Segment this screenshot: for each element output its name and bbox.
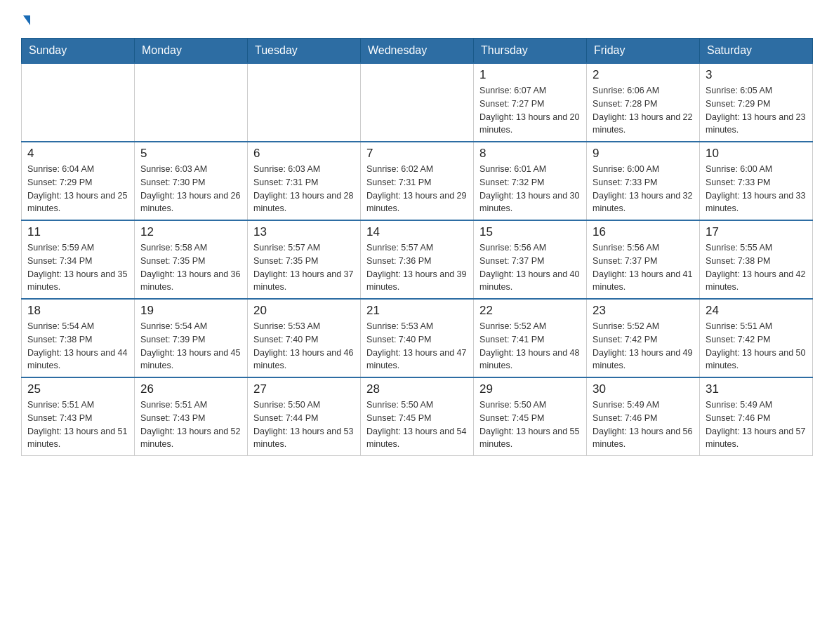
calendar-cell: 26Sunrise: 5:51 AMSunset: 7:43 PMDayligh… (135, 377, 248, 456)
day-info: Sunrise: 5:55 AMSunset: 7:38 PMDaylight:… (706, 241, 807, 294)
calendar-cell: 31Sunrise: 5:49 AMSunset: 7:46 PMDayligh… (700, 377, 813, 456)
day-info: Sunrise: 5:50 AMSunset: 7:44 PMDaylight:… (253, 398, 355, 451)
calendar-cell: 17Sunrise: 5:55 AMSunset: 7:38 PMDayligh… (700, 220, 813, 299)
calendar-cell (361, 63, 474, 142)
calendar-cell (135, 63, 248, 142)
calendar-week-4: 18Sunrise: 5:54 AMSunset: 7:38 PMDayligh… (22, 299, 813, 377)
calendar-cell: 7Sunrise: 6:02 AMSunset: 7:31 PMDaylight… (361, 142, 474, 220)
day-number: 26 (140, 382, 241, 396)
day-number: 7 (366, 147, 468, 161)
calendar-header-row: SundayMondayTuesdayWednesdayThursdayFrid… (22, 39, 813, 64)
day-info: Sunrise: 6:03 AMSunset: 7:31 PMDaylight:… (253, 163, 355, 215)
day-number: 16 (593, 225, 694, 239)
day-info: Sunrise: 6:00 AMSunset: 7:33 PMDaylight:… (593, 163, 694, 215)
day-number: 25 (27, 382, 128, 396)
day-info: Sunrise: 5:51 AMSunset: 7:42 PMDaylight:… (706, 320, 807, 373)
page-header (21, 14, 813, 24)
day-info: Sunrise: 5:52 AMSunset: 7:42 PMDaylight:… (593, 320, 694, 373)
day-number: 30 (593, 382, 694, 396)
logo-triangle-icon (23, 15, 30, 25)
day-info: Sunrise: 5:53 AMSunset: 7:40 PMDaylight:… (366, 320, 468, 373)
calendar-cell: 4Sunrise: 6:04 AMSunset: 7:29 PMDaylight… (22, 142, 135, 220)
day-info: Sunrise: 5:51 AMSunset: 7:43 PMDaylight:… (140, 398, 241, 451)
day-info: Sunrise: 5:56 AMSunset: 7:37 PMDaylight:… (479, 241, 581, 294)
calendar-cell (248, 63, 361, 142)
day-number: 29 (479, 382, 581, 396)
logo (21, 14, 46, 24)
calendar-cell: 15Sunrise: 5:56 AMSunset: 7:37 PMDayligh… (474, 220, 587, 299)
day-number: 12 (140, 225, 241, 239)
calendar-cell: 8Sunrise: 6:01 AMSunset: 7:32 PMDaylight… (474, 142, 587, 220)
day-number: 24 (706, 304, 807, 318)
day-number: 11 (27, 225, 128, 239)
day-info: Sunrise: 6:07 AMSunset: 7:27 PMDaylight:… (479, 84, 581, 137)
weekday-header-sunday: Sunday (22, 39, 135, 64)
calendar-cell: 9Sunrise: 6:00 AMSunset: 7:33 PMDaylight… (587, 142, 700, 220)
calendar-cell: 23Sunrise: 5:52 AMSunset: 7:42 PMDayligh… (587, 299, 700, 377)
day-number: 5 (140, 147, 241, 161)
day-info: Sunrise: 5:57 AMSunset: 7:36 PMDaylight:… (366, 241, 468, 294)
day-number: 28 (366, 382, 468, 396)
day-number: 10 (706, 147, 807, 161)
calendar-cell: 18Sunrise: 5:54 AMSunset: 7:38 PMDayligh… (22, 299, 135, 377)
day-number: 17 (706, 225, 807, 239)
calendar-cell (22, 63, 135, 142)
day-number: 22 (479, 304, 581, 318)
weekday-header-tuesday: Tuesday (248, 39, 361, 64)
day-info: Sunrise: 6:02 AMSunset: 7:31 PMDaylight:… (366, 163, 468, 215)
day-number: 1 (479, 68, 581, 82)
calendar-cell: 10Sunrise: 6:00 AMSunset: 7:33 PMDayligh… (700, 142, 813, 220)
day-info: Sunrise: 5:57 AMSunset: 7:35 PMDaylight:… (253, 241, 355, 294)
calendar-week-3: 11Sunrise: 5:59 AMSunset: 7:34 PMDayligh… (22, 220, 813, 299)
day-number: 20 (253, 304, 355, 318)
day-number: 23 (593, 304, 694, 318)
day-number: 13 (253, 225, 355, 239)
calendar-cell: 1Sunrise: 6:07 AMSunset: 7:27 PMDaylight… (474, 63, 587, 142)
calendar-cell: 30Sunrise: 5:49 AMSunset: 7:46 PMDayligh… (587, 377, 700, 456)
calendar-week-5: 25Sunrise: 5:51 AMSunset: 7:43 PMDayligh… (22, 377, 813, 456)
day-number: 31 (706, 382, 807, 396)
day-number: 4 (27, 147, 128, 161)
day-info: Sunrise: 5:50 AMSunset: 7:45 PMDaylight:… (479, 398, 581, 451)
day-info: Sunrise: 6:06 AMSunset: 7:28 PMDaylight:… (593, 84, 694, 137)
day-info: Sunrise: 5:56 AMSunset: 7:37 PMDaylight:… (593, 241, 694, 294)
day-info: Sunrise: 5:49 AMSunset: 7:46 PMDaylight:… (593, 398, 694, 451)
day-number: 14 (366, 225, 468, 239)
calendar-cell: 14Sunrise: 5:57 AMSunset: 7:36 PMDayligh… (361, 220, 474, 299)
day-number: 8 (479, 147, 581, 161)
calendar-cell: 21Sunrise: 5:53 AMSunset: 7:40 PMDayligh… (361, 299, 474, 377)
day-number: 2 (593, 68, 694, 82)
weekday-header-thursday: Thursday (474, 39, 587, 64)
day-info: Sunrise: 6:00 AMSunset: 7:33 PMDaylight:… (706, 163, 807, 215)
day-info: Sunrise: 5:51 AMSunset: 7:43 PMDaylight:… (27, 398, 128, 451)
calendar-cell: 5Sunrise: 6:03 AMSunset: 7:30 PMDaylight… (135, 142, 248, 220)
calendar-cell: 3Sunrise: 6:05 AMSunset: 7:29 PMDaylight… (700, 63, 813, 142)
day-info: Sunrise: 5:58 AMSunset: 7:35 PMDaylight:… (140, 241, 241, 294)
weekday-header-friday: Friday (587, 39, 700, 64)
day-number: 9 (593, 147, 694, 161)
calendar-cell: 20Sunrise: 5:53 AMSunset: 7:40 PMDayligh… (248, 299, 361, 377)
calendar-cell: 27Sunrise: 5:50 AMSunset: 7:44 PMDayligh… (248, 377, 361, 456)
calendar-cell: 22Sunrise: 5:52 AMSunset: 7:41 PMDayligh… (474, 299, 587, 377)
day-number: 27 (253, 382, 355, 396)
day-number: 3 (706, 68, 807, 82)
day-info: Sunrise: 5:53 AMSunset: 7:40 PMDaylight:… (253, 320, 355, 373)
calendar-cell: 6Sunrise: 6:03 AMSunset: 7:31 PMDaylight… (248, 142, 361, 220)
day-info: Sunrise: 6:03 AMSunset: 7:30 PMDaylight:… (140, 163, 241, 215)
calendar-cell: 28Sunrise: 5:50 AMSunset: 7:45 PMDayligh… (361, 377, 474, 456)
day-number: 19 (140, 304, 241, 318)
calendar-cell: 25Sunrise: 5:51 AMSunset: 7:43 PMDayligh… (22, 377, 135, 456)
calendar-table: SundayMondayTuesdayWednesdayThursdayFrid… (21, 38, 813, 456)
day-info: Sunrise: 5:59 AMSunset: 7:34 PMDaylight:… (27, 241, 128, 294)
day-info: Sunrise: 5:54 AMSunset: 7:38 PMDaylight:… (27, 320, 128, 373)
calendar-cell: 24Sunrise: 5:51 AMSunset: 7:42 PMDayligh… (700, 299, 813, 377)
calendar-cell: 11Sunrise: 5:59 AMSunset: 7:34 PMDayligh… (22, 220, 135, 299)
day-info: Sunrise: 5:50 AMSunset: 7:45 PMDaylight:… (366, 398, 468, 451)
day-number: 6 (253, 147, 355, 161)
calendar-week-1: 1Sunrise: 6:07 AMSunset: 7:27 PMDaylight… (22, 63, 813, 142)
calendar-cell: 19Sunrise: 5:54 AMSunset: 7:39 PMDayligh… (135, 299, 248, 377)
weekday-header-wednesday: Wednesday (361, 39, 474, 64)
calendar-cell: 29Sunrise: 5:50 AMSunset: 7:45 PMDayligh… (474, 377, 587, 456)
day-info: Sunrise: 5:54 AMSunset: 7:39 PMDaylight:… (140, 320, 241, 373)
calendar-cell: 16Sunrise: 5:56 AMSunset: 7:37 PMDayligh… (587, 220, 700, 299)
